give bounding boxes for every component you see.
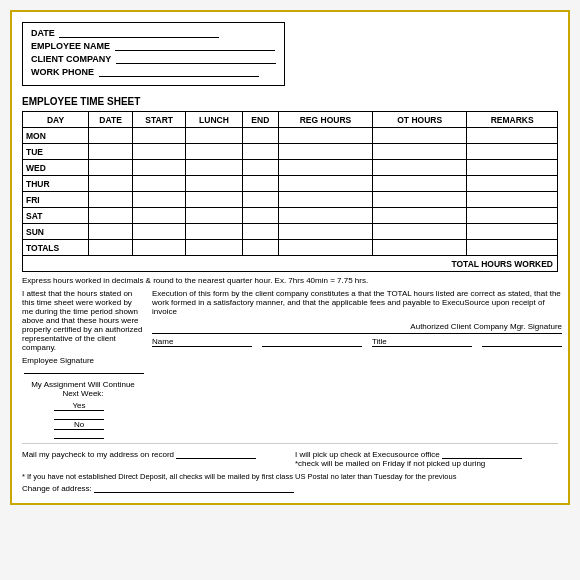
day-thur: THUR — [23, 176, 89, 192]
authorized-sig-field[interactable] — [152, 333, 562, 334]
table-row: THUR — [23, 176, 558, 192]
cell[interactable] — [242, 192, 278, 208]
cell[interactable] — [242, 240, 278, 256]
cell[interactable] — [133, 128, 186, 144]
header-info-box: DATE EMPLOYEE NAME CLIENT COMPANY WORK P… — [22, 22, 285, 86]
cell[interactable] — [242, 176, 278, 192]
name-title-row: Name Title — [152, 337, 562, 347]
cell[interactable] — [278, 208, 372, 224]
no-label: No — [54, 420, 104, 430]
cell[interactable] — [89, 192, 133, 208]
cell[interactable] — [467, 128, 558, 144]
day-sun: SUN — [23, 224, 89, 240]
timesheet-table: DAY DATE START LUNCH END REG HOURS OT HO… — [22, 111, 558, 272]
assignment-label: My Assignment Will Continue Next Week: — [22, 380, 144, 398]
cell[interactable] — [186, 160, 243, 176]
cell[interactable] — [278, 192, 372, 208]
cell[interactable] — [186, 144, 243, 160]
table-row: FRI — [23, 192, 558, 208]
employee-sig-field[interactable] — [24, 373, 144, 374]
col-date: DATE — [89, 112, 133, 128]
cell[interactable] — [373, 240, 467, 256]
bottom-right: I will pick up check at Execusource offi… — [295, 450, 558, 468]
cell[interactable] — [186, 128, 243, 144]
cell[interactable] — [373, 160, 467, 176]
cell[interactable] — [373, 192, 467, 208]
name-field[interactable] — [262, 337, 362, 347]
cell[interactable] — [133, 176, 186, 192]
cell[interactable] — [89, 128, 133, 144]
day-sat: SAT — [23, 208, 89, 224]
cell[interactable] — [467, 144, 558, 160]
cell[interactable] — [89, 176, 133, 192]
pickup-row: I will pick up check at Execusource offi… — [295, 450, 558, 459]
cell[interactable] — [186, 224, 243, 240]
col-remarks: REMARKS — [467, 112, 558, 128]
table-header-row: DAY DATE START LUNCH END REG HOURS OT HO… — [23, 112, 558, 128]
bottom-area: Mail my paycheck to my address on record… — [22, 450, 558, 468]
change-address-row: Change of address: — [22, 484, 558, 493]
date-field[interactable] — [59, 37, 219, 38]
cell[interactable] — [373, 208, 467, 224]
date-label: DATE — [31, 28, 55, 38]
table-row: TUE — [23, 144, 558, 160]
cell[interactable] — [89, 144, 133, 160]
cell[interactable] — [89, 224, 133, 240]
mail-label: Mail my paycheck to my address on record — [22, 450, 174, 459]
no-field[interactable] — [54, 438, 104, 439]
cell[interactable] — [186, 192, 243, 208]
cell[interactable] — [373, 128, 467, 144]
cell[interactable] — [242, 224, 278, 240]
client-company-row: CLIENT COMPANY — [31, 54, 276, 64]
cell[interactable] — [278, 128, 372, 144]
client-company-label: CLIENT COMPANY — [31, 54, 111, 64]
client-company-field[interactable] — [116, 63, 276, 64]
change-address-field[interactable] — [94, 492, 294, 493]
cell[interactable] — [133, 192, 186, 208]
cell[interactable] — [186, 240, 243, 256]
cell[interactable] — [242, 144, 278, 160]
sig-right: Execution of this form by the client com… — [152, 289, 562, 439]
cell[interactable] — [278, 176, 372, 192]
day-fri: FRI — [23, 192, 89, 208]
cell[interactable] — [133, 240, 186, 256]
employee-name-field[interactable] — [115, 50, 275, 51]
cell[interactable] — [89, 240, 133, 256]
work-phone-field[interactable] — [99, 76, 259, 77]
cell[interactable] — [133, 208, 186, 224]
cell[interactable] — [278, 224, 372, 240]
cell[interactable] — [467, 192, 558, 208]
day-wed: WED — [23, 160, 89, 176]
express-note: Express hours worked in decimals & round… — [22, 276, 558, 285]
yes-label: Yes — [54, 401, 104, 411]
cell[interactable] — [467, 208, 558, 224]
cell[interactable] — [242, 160, 278, 176]
title-field[interactable] — [482, 337, 562, 347]
cell[interactable] — [467, 224, 558, 240]
cell[interactable] — [373, 176, 467, 192]
cell[interactable] — [278, 144, 372, 160]
cell[interactable] — [242, 208, 278, 224]
mail-field[interactable] — [176, 458, 256, 459]
cell[interactable] — [373, 224, 467, 240]
cell[interactable] — [89, 208, 133, 224]
cell[interactable] — [133, 144, 186, 160]
total-hours-row: TOTAL HOURS WORKED — [23, 256, 558, 272]
cell[interactable] — [373, 144, 467, 160]
cell[interactable] — [278, 240, 372, 256]
title-label: Title — [372, 337, 472, 347]
cell[interactable] — [242, 128, 278, 144]
cell[interactable] — [133, 224, 186, 240]
cell[interactable] — [467, 160, 558, 176]
cell[interactable] — [133, 160, 186, 176]
day-tue: TUE — [23, 144, 89, 160]
yes-no-row: Yes No — [22, 401, 144, 439]
cell[interactable] — [186, 208, 243, 224]
cell[interactable] — [186, 176, 243, 192]
cell[interactable] — [467, 176, 558, 192]
cell[interactable] — [278, 160, 372, 176]
col-start: START — [133, 112, 186, 128]
cell[interactable] — [467, 240, 558, 256]
name-label: Name — [152, 337, 252, 347]
cell[interactable] — [89, 160, 133, 176]
